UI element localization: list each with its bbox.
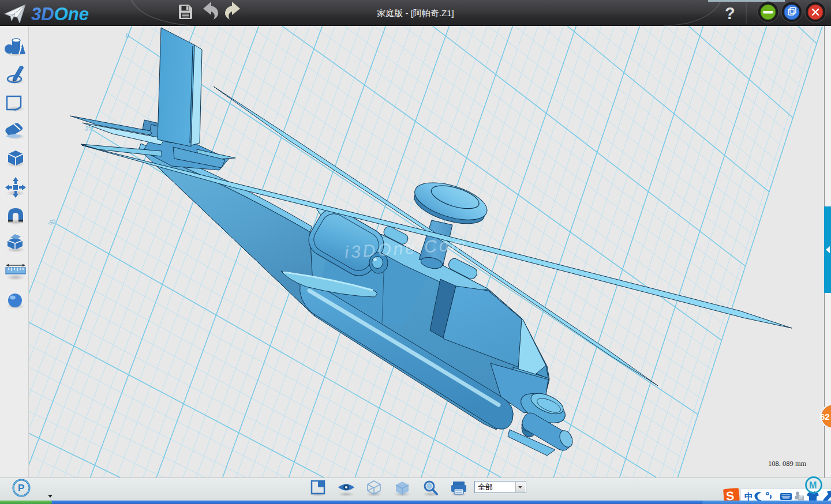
svg-text:62: 62 bbox=[820, 412, 830, 422]
svg-text:中: 中 bbox=[744, 491, 753, 501]
svg-text:14: 14 bbox=[799, 497, 804, 501]
svg-text:M: M bbox=[809, 480, 817, 490]
svg-text:S: S bbox=[725, 489, 735, 501]
svg-text:P: P bbox=[18, 483, 24, 494]
